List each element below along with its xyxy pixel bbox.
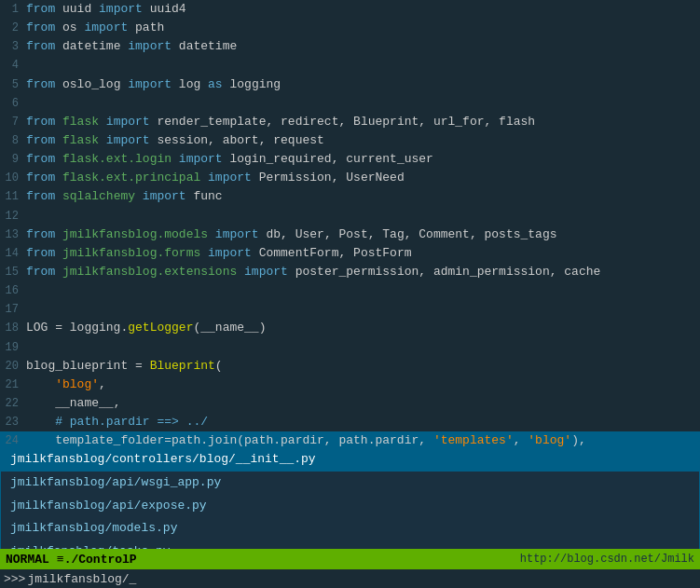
token: jmilkfansblog.forms	[55, 246, 208, 260]
token: poster_permission, admin_permission, cac…	[288, 265, 600, 279]
code-line: 5from oslo_log import log as logging	[0, 75, 700, 94]
line-number: 10	[0, 170, 26, 187]
code-line: 4	[0, 56, 700, 75]
autocomplete-item[interactable]: jmilkfansblog/tasks.py	[1, 540, 699, 549]
cmd-input: jmilkfansblog/_	[27, 572, 136, 586]
token: from	[26, 39, 55, 53]
token: render_template, redirect, Blueprint, ur…	[150, 115, 535, 129]
token: from	[26, 189, 55, 203]
code-line: 13from jmilkfansblog.models import db, U…	[0, 226, 700, 244]
token: login_required, current_user	[223, 152, 433, 166]
token: LOG	[26, 321, 48, 335]
token: log	[172, 77, 208, 91]
line-number: 9	[0, 151, 26, 169]
line-number: 3	[0, 38, 26, 56]
token: =	[128, 359, 149, 373]
line-number: 21	[0, 376, 26, 394]
token	[26, 377, 55, 391]
token: import	[128, 77, 172, 91]
line-content	[26, 56, 700, 75]
token: from	[26, 152, 55, 166]
token: import	[99, 2, 143, 16]
code-line: 7from flask import render_template, redi…	[0, 113, 700, 131]
line-content: # path.pardir ==> ../	[26, 413, 700, 431]
token: ,	[114, 396, 121, 410]
code-line: 21 'blog',	[0, 376, 700, 394]
line-number: 14	[0, 245, 26, 263]
line-number: 17	[0, 301, 26, 319]
line-content: from oslo_log import log as logging	[26, 75, 700, 94]
code-line: 22 __name__,	[0, 394, 700, 413]
token: from	[26, 133, 55, 147]
token: jmilkfansblog.extensions	[55, 265, 244, 279]
line-number: 7	[0, 114, 26, 131]
line-number: 4	[0, 57, 26, 75]
line-number: 8	[0, 132, 26, 150]
code-area[interactable]: 1from uuid import uuid42from os import p…	[0, 0, 700, 549]
line-content: from uuid import uuid4	[26, 0, 700, 19]
line-content	[26, 300, 700, 319]
status-url: http://blog.csdn.net/Jmilk	[520, 553, 694, 566]
token: (__name__)	[193, 321, 266, 335]
code-line: 19	[0, 338, 700, 357]
token: flask	[55, 133, 106, 147]
line-content	[26, 94, 700, 113]
status-bar: NORMAL ≡ ./ControlP http://blog.csdn.net…	[0, 549, 700, 569]
token: path	[128, 21, 164, 34]
line-content: from jmilkfansblog.models import db, Use…	[26, 226, 700, 244]
cmd-line: >>> jmilkfansblog/_	[0, 569, 700, 588]
code-line: 17	[0, 300, 700, 319]
token: flask.ext.principal	[55, 171, 208, 185]
code-line: 12	[0, 207, 700, 226]
line-number: 23	[0, 414, 26, 431]
line-content: from flask.ext.login import login_requir…	[26, 150, 700, 169]
token: import	[143, 189, 186, 203]
token: 'templates'	[433, 433, 514, 447]
line-number: 5	[0, 76, 26, 94]
code-line: 18LOG = logging.getLogger(__name__)	[0, 319, 700, 337]
token	[26, 415, 55, 429]
token: from	[26, 115, 55, 129]
line-content	[26, 338, 700, 357]
editor-container: 1from uuid import uuid42from os import p…	[0, 0, 700, 588]
token: from	[26, 77, 55, 91]
code-line: 8from flask import session, abort, reque…	[0, 131, 700, 150]
token: from	[26, 265, 55, 279]
autocomplete-item[interactable]: jmilkfansblog/api/wsgi_app.py	[1, 472, 699, 495]
line-number: 19	[0, 339, 26, 357]
line-number: 1	[0, 1, 26, 19]
token: CommentForm, PostForm	[252, 246, 412, 260]
token: db, User, Post, Tag, Comment, posts_tags	[259, 227, 557, 241]
autocomplete-item[interactable]: jmilkfansblog/controllers/blog/__init__.…	[1, 448, 699, 472]
line-content: from os import path	[26, 19, 700, 37]
token: = logging.	[48, 321, 128, 335]
token: (	[215, 359, 223, 373]
code-line: 14from jmilkfansblog.forms import Commen…	[0, 244, 700, 263]
line-content: __name__,	[26, 394, 700, 413]
token: import	[244, 265, 288, 279]
token: import	[84, 21, 128, 34]
token: import	[208, 246, 252, 260]
token: import	[106, 133, 150, 147]
token: as	[208, 77, 223, 91]
code-line: 2from os import path	[0, 19, 700, 37]
line-content: from flask import render_template, redir…	[26, 113, 700, 131]
line-number: 2	[0, 20, 26, 37]
line-number: 12	[0, 208, 26, 226]
line-content: from flask.ext.principal import Permissi…	[26, 169, 700, 187]
token: import	[106, 115, 150, 129]
line-content: from sqlalchemy import func	[26, 187, 700, 206]
token: session, abort, request	[150, 133, 324, 147]
token: from	[26, 171, 55, 185]
code-line: 9from flask.ext.login import login_requi…	[0, 150, 700, 169]
autocomplete-item[interactable]: jmilkfansblog/models.py	[1, 517, 699, 540]
line-content: from datetime import datetime	[26, 37, 700, 56]
token: __name__	[26, 396, 114, 410]
token: ),	[571, 433, 586, 447]
line-number: 13	[0, 226, 26, 244]
token: from	[26, 227, 55, 241]
token: sqlalchemy	[55, 189, 143, 203]
autocomplete-item[interactable]: jmilkfansblog/api/expose.py	[1, 495, 699, 518]
token: import	[179, 152, 223, 166]
line-content	[26, 207, 700, 226]
